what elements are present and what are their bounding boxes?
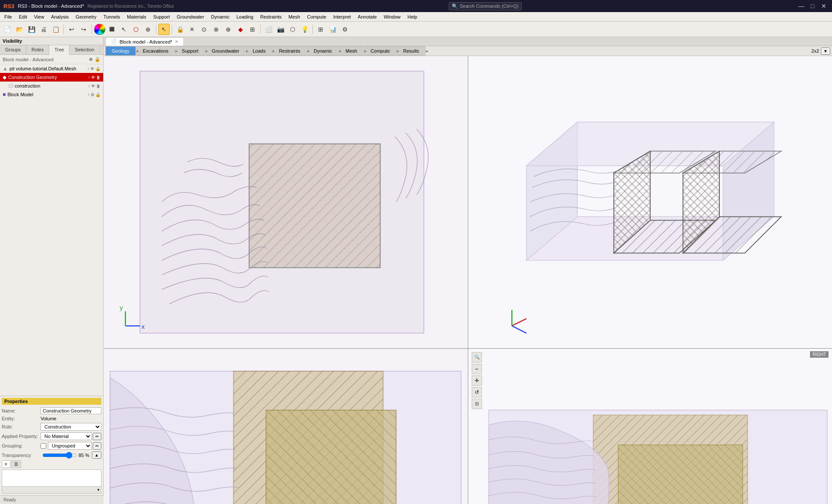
- vp-rotate[interactable]: ↺: [472, 387, 482, 397]
- viewport-bottom-left[interactable]: x z: [104, 349, 468, 504]
- new-button[interactable]: 📄: [2, 24, 13, 35]
- menu-groundwater[interactable]: Groundwater: [173, 13, 208, 20]
- stage-tab-restraints[interactable]: Restraints: [272, 46, 307, 56]
- bm-up-icon[interactable]: ↑: [88, 92, 90, 97]
- prop-grouping-select[interactable]: Ungrouped: [48, 442, 92, 450]
- menu-materials[interactable]: Materials: [123, 13, 150, 20]
- viewport-top-right[interactable]: [468, 56, 832, 348]
- stage-tab-dynamic[interactable]: Dynamic: [307, 46, 339, 56]
- tree-expand-icon[interactable]: 🔒: [95, 57, 101, 62]
- stage-tab-excavations[interactable]: Excavations: [136, 46, 175, 56]
- tree-collapse-icon[interactable]: ⊕: [89, 57, 93, 62]
- color-wheel-button[interactable]: [94, 24, 105, 35]
- menu-annotate[interactable]: Annotate: [354, 13, 380, 20]
- cut-button[interactable]: ◆: [235, 24, 246, 35]
- prop-role-select[interactable]: Construction: [41, 423, 101, 431]
- tree-item-construction[interactable]: ⬡ construction ↑ 👁 🗑: [0, 82, 103, 90]
- combine-button[interactable]: ⊕: [223, 24, 234, 35]
- undo-button[interactable]: ↩: [66, 24, 77, 35]
- tab-groups[interactable]: Groups: [0, 45, 26, 54]
- vp-zoom-fit[interactable]: 🔍: [472, 352, 482, 362]
- menu-analysis[interactable]: Analysis: [47, 13, 72, 20]
- menu-restraints[interactable]: Restraints: [257, 13, 285, 20]
- con-up-icon[interactable]: ↑: [88, 84, 90, 88]
- render-button[interactable]: ⬡: [287, 24, 298, 35]
- prop-applied-select[interactable]: No Material: [41, 432, 92, 440]
- light-button[interactable]: 💡: [299, 24, 310, 35]
- vp-fit[interactable]: ⊡: [472, 399, 482, 409]
- camera-button[interactable]: 📷: [275, 24, 286, 35]
- tab-tree[interactable]: Tree: [49, 45, 69, 55]
- viewport-layout-button[interactable]: ▼: [821, 47, 830, 55]
- filter-button[interactable]: ⊗: [211, 24, 222, 35]
- prop-tab-table[interactable]: ≡: [2, 460, 10, 468]
- menu-mesh[interactable]: Mesh: [285, 13, 304, 20]
- redo-button[interactable]: ↪: [78, 24, 89, 35]
- stage-tab-results[interactable]: Results: [397, 46, 425, 56]
- mesh-eye-icon[interactable]: 👁: [90, 66, 95, 71]
- tab-close-button[interactable]: ✕: [175, 39, 178, 44]
- menu-interpret[interactable]: Interpret: [330, 13, 354, 20]
- select-button[interactable]: ↖: [118, 24, 129, 35]
- tree-item-mesh[interactable]: ▲ pit volume-tutorial.Default.Mesh ↑ 👁 🔒: [0, 64, 103, 73]
- cg-delete-icon[interactable]: 🗑: [96, 75, 101, 80]
- cg-up-icon[interactable]: ↑: [88, 75, 90, 80]
- cg-eye-icon[interactable]: 👁: [91, 75, 95, 80]
- mesh-up-icon[interactable]: ↑: [87, 66, 89, 71]
- script-button[interactable]: 📋: [50, 24, 61, 35]
- table-button[interactable]: ⊞: [315, 24, 326, 35]
- snap2-button[interactable]: ✕: [186, 24, 198, 35]
- menu-view[interactable]: View: [31, 13, 48, 20]
- viewport-bottom-right[interactable]: 🔍 − ✛ ↺ ⊡ RIGHT: [468, 349, 832, 504]
- explode-button[interactable]: ⊞: [247, 24, 258, 35]
- tree-item-construction-geometry[interactable]: ◆ Construction Geometry ↑ 👁 🗑: [0, 73, 103, 82]
- stage-tab-geology[interactable]: Geology: [105, 46, 136, 56]
- menu-support[interactable]: Support: [150, 13, 173, 20]
- tab-selection[interactable]: Selection: [69, 45, 100, 54]
- view3d-button[interactable]: ⬜: [263, 24, 274, 35]
- menu-file[interactable]: File: [1, 13, 16, 20]
- tab-block-model[interactable]: 📄 Block model - Advanced* ✕: [105, 37, 184, 46]
- stage-tab-support[interactable]: Support: [175, 46, 205, 56]
- snap-button[interactable]: 🔒: [174, 24, 186, 35]
- prop-grouping-edit-button[interactable]: ✏: [93, 442, 101, 450]
- tab-roles[interactable]: Roles: [26, 45, 49, 54]
- mesh-lock-icon[interactable]: 🔒: [95, 66, 101, 71]
- menu-tunnels[interactable]: Tunnels: [100, 13, 124, 20]
- vp-pan[interactable]: ✛: [472, 375, 482, 386]
- menu-compute[interactable]: Compute: [304, 13, 330, 20]
- vp-zoom-out[interactable]: −: [472, 364, 482, 374]
- menu-geometry[interactable]: Geometry: [72, 13, 100, 20]
- maximize-button[interactable]: □: [808, 1, 817, 11]
- stage-tab-groundwater[interactable]: Groundwater: [205, 46, 246, 56]
- prop-applied-edit-button[interactable]: ✏: [93, 433, 101, 440]
- stage-tab-loads[interactable]: Loads: [246, 46, 272, 56]
- menu-help[interactable]: Help: [404, 13, 421, 20]
- con-eye-icon[interactable]: 👁: [91, 84, 95, 88]
- geometry-button[interactable]: ⬡: [130, 24, 142, 35]
- cursor-button[interactable]: ↖: [158, 24, 170, 35]
- menu-edit[interactable]: Edit: [16, 13, 31, 20]
- prop-name-input[interactable]: [41, 407, 101, 414]
- measure-button[interactable]: ⊙: [199, 24, 210, 35]
- prop-tab-list[interactable]: ☰: [11, 460, 21, 468]
- trans-spin-up[interactable]: ▲: [92, 451, 101, 459]
- close-button[interactable]: ✕: [819, 1, 829, 11]
- print-button[interactable]: 🖨: [38, 24, 49, 35]
- bm-lock-icon[interactable]: 🔒: [95, 92, 101, 97]
- save-button[interactable]: 💾: [26, 24, 37, 35]
- menu-loading[interactable]: Loading: [233, 13, 257, 20]
- menu-window[interactable]: Window: [380, 13, 404, 20]
- transparency-slider[interactable]: [42, 452, 77, 459]
- viewport-top-left[interactable]: x y: [104, 56, 468, 348]
- con-delete-icon[interactable]: 🗑: [96, 84, 101, 88]
- menu-dynamic[interactable]: Dynamic: [208, 13, 233, 20]
- stage-tab-mesh[interactable]: Mesh: [339, 46, 364, 56]
- chart-button[interactable]: 📊: [327, 24, 338, 35]
- minimize-button[interactable]: —: [797, 1, 806, 11]
- material-button[interactable]: ⬛: [106, 24, 117, 35]
- tree-item-block-model[interactable]: ■ Block Model ↑ ⚙ 🔒: [0, 90, 103, 99]
- stage-tab-compute[interactable]: Compute: [364, 46, 397, 56]
- prop-scroll-down[interactable]: ▼: [97, 488, 100, 492]
- transform-button[interactable]: ⊕: [142, 24, 154, 35]
